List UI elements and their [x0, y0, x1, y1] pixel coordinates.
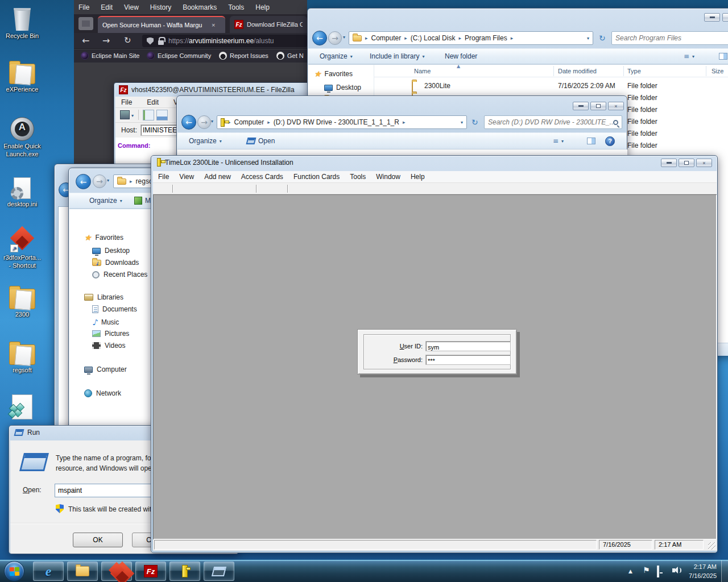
network-icon[interactable]	[657, 567, 659, 577]
maximize-button[interactable]	[590, 102, 606, 110]
desktop-icon-r3dfox-shortcut[interactable]: ↗ r3dfoxPorta... - Shortcut	[0, 224, 44, 270]
menu-help[interactable]: Help	[255, 3, 270, 11]
menu-window[interactable]: Window	[371, 172, 406, 182]
taskbar-item-r3dfox[interactable]	[101, 562, 132, 581]
sidebar-item-documents[interactable]: Documents	[92, 305, 137, 313]
desktop-icon-2300[interactable]: 2300	[0, 281, 44, 319]
organize-button[interactable]: Organize▾	[189, 137, 222, 145]
run-titlebar[interactable]: Run	[15, 429, 40, 436]
help-icon[interactable]: ?	[605, 136, 615, 146]
address-dropdown-icon[interactable]: ▾	[461, 120, 463, 125]
preview-pane-button[interactable]	[587, 138, 595, 144]
resize-grip[interactable]	[708, 542, 715, 550]
timelox-titlebar[interactable]: TimeLox 2300Lite - Unlicensed Installati…	[157, 158, 293, 167]
search-box[interactable]	[611, 31, 728, 45]
nav-history-dropdown-icon[interactable]: ▾	[211, 119, 213, 124]
bookmark-report-issues[interactable]: Report Issues	[219, 52, 268, 60]
search-box[interactable]	[484, 115, 622, 129]
minimize-button[interactable]	[704, 13, 720, 22]
bookmark-eclipse-main[interactable]: Eclipse Main Site	[81, 52, 139, 60]
reload-icon[interactable]: ↻	[124, 35, 131, 45]
organize-button[interactable]: Organize▾	[320, 52, 353, 60]
menu-function-cards[interactable]: Function Cards	[288, 172, 345, 182]
include-in-library-button[interactable]: Include in library▾	[370, 52, 424, 60]
taskbar-item-filezilla[interactable]: Fz	[135, 562, 166, 581]
sidebar-item-desktop[interactable]: Desktop	[92, 247, 130, 255]
organize-button[interactable]: Organize▾	[89, 197, 122, 205]
firefox-view-icon[interactable]	[78, 17, 93, 30]
back-icon[interactable]: ←	[82, 35, 89, 46]
user-id-input[interactable]	[425, 341, 511, 351]
menu-add-new[interactable]: Add new	[199, 172, 236, 182]
restore-button[interactable]	[679, 159, 694, 167]
forward-icon[interactable]: →	[328, 31, 342, 45]
column-date-modified[interactable]: Date modified	[558, 68, 597, 74]
new-folder-button[interactable]: New folder	[445, 52, 477, 60]
bookmark-get-n[interactable]: Get N	[276, 52, 304, 60]
show-desktop-button[interactable]	[721, 560, 728, 582]
sidebar-item-libraries[interactable]: Libraries	[84, 293, 123, 301]
action-center-flag-icon[interactable]: ⚑	[643, 566, 650, 575]
menu-file[interactable]: File	[153, 172, 174, 182]
menu-file[interactable]: File	[78, 3, 89, 11]
sidebar-item-videos[interactable]: Videos	[92, 342, 125, 350]
forward-icon[interactable]: →	[93, 174, 106, 188]
tab-open-source-human[interactable]: Open Source Human - Waffa Margu ×	[98, 16, 225, 33]
desktop-icon-regsoft[interactable]: regsoft	[0, 336, 44, 375]
tray-expand-icon[interactable]: ▲	[628, 568, 632, 574]
address-bar[interactable]: ▸Computer ▸(C:) Local Disk ▸Program File…	[349, 31, 593, 45]
sort-asc-icon[interactable]: ▲	[457, 64, 460, 69]
sidebar-item-recent-places[interactable]: Recent Places	[92, 271, 147, 278]
menu-history[interactable]: History	[150, 3, 171, 11]
crumb-computer[interactable]: Computer	[234, 118, 264, 126]
back-icon[interactable]: ←	[181, 115, 196, 130]
minimize-button[interactable]	[661, 159, 677, 167]
nav-history-dropdown-icon[interactable]: ▾	[107, 178, 109, 183]
refresh-icon[interactable]: ↻	[471, 118, 478, 127]
site-manager-icon[interactable]	[120, 110, 130, 119]
sidebar-item-network[interactable]: Network	[84, 389, 121, 397]
sidebar-item-favorites[interactable]: ★Favorites	[84, 233, 123, 242]
back-icon[interactable]: ←	[312, 31, 327, 45]
chevron-down-icon[interactable]: ▾	[131, 113, 134, 118]
column-type[interactable]: Type	[627, 68, 641, 74]
menu-help[interactable]: Help	[406, 172, 430, 182]
views-button[interactable]: ≡▾	[684, 52, 694, 60]
views-button[interactable]: ≡▾	[553, 137, 564, 145]
crumb-dvd-drive[interactable]: (D:) DVD RW Drive - 2300LITE_1_1_1_R	[274, 118, 399, 126]
sidebar-item-desktop[interactable]: Desktop	[324, 84, 361, 92]
menu-tools[interactable]: Tools	[345, 172, 371, 182]
tab-close-icon[interactable]: ×	[212, 22, 215, 28]
sidebar-item-music[interactable]: ♪Music	[92, 318, 119, 327]
crumb-program-files[interactable]: Program Files	[465, 34, 507, 42]
desktop-icon-experience[interactable]: eXPerience	[0, 56, 44, 94]
tray-clock[interactable]: 2:17 AM 7/16/2025	[680, 563, 717, 581]
ok-button[interactable]: OK	[73, 533, 123, 547]
taskbar-item-ie[interactable]: e	[33, 562, 64, 581]
sidebar-item-downloads[interactable]: ↓Downloads	[92, 259, 139, 267]
desktop-icon-quick-launch[interactable]: Enable Quick Launch.exe	[0, 113, 44, 159]
desktop-icon-installer[interactable]	[0, 391, 44, 421]
taskbar-item-explorer[interactable]	[67, 562, 98, 581]
desktop-icon-recycle-bin[interactable]: Recycle Bin	[0, 2, 44, 40]
install-button[interactable]: M	[134, 197, 151, 205]
desktop-icon-desktop-ini[interactable]: desktop.ini	[0, 171, 44, 209]
menu-file[interactable]: File	[121, 98, 132, 106]
table-row[interactable]: 2300Lite 7/16/2025 2:09 AM File folder	[374, 80, 728, 92]
address-bar[interactable]: ▸Computer ▸(D:) DVD RW Drive - 2300LITE_…	[217, 115, 467, 129]
menu-tools[interactable]: Tools	[228, 3, 244, 11]
lock-icon[interactable]	[158, 40, 164, 45]
forward-icon[interactable]: →	[197, 115, 211, 129]
close-button[interactable]: ×	[696, 159, 712, 167]
maximize-button[interactable]	[722, 13, 728, 22]
sidebar-item-pictures[interactable]: Pictures	[92, 330, 129, 338]
column-size[interactable]: Size	[712, 68, 723, 74]
menu-access-cards[interactable]: Access Cards	[236, 172, 288, 182]
start-button[interactable]	[4, 561, 24, 581]
menu-bookmarks[interactable]: Bookmarks	[183, 3, 217, 11]
nav-history-dropdown-icon[interactable]: ▾	[343, 35, 345, 40]
sidebar-item-computer[interactable]: Computer	[84, 365, 127, 373]
tab-download-filezilla[interactable]: Fz Download FileZilla C	[230, 16, 307, 33]
bookmark-eclipse-community[interactable]: Eclipse Community	[147, 52, 211, 60]
url-bar[interactable]: https://arvutiministeerium.ee/alustu	[142, 35, 307, 47]
